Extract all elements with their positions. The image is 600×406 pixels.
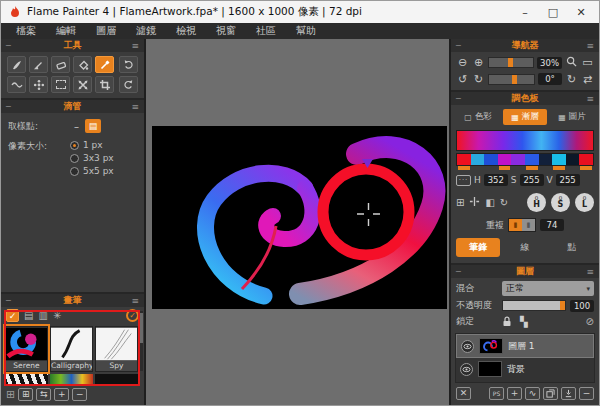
rotation-value[interactable]: 0° [538, 73, 562, 85]
menu-help[interactable]: 幫助 [287, 23, 325, 39]
brush-preset-partial-2[interactable] [50, 374, 93, 385]
pencil-tool[interactable] [29, 56, 48, 73]
vector-layer-button[interactable]: ∿ [525, 387, 540, 400]
gradient-stop[interactable] [566, 154, 580, 165]
visibility-eye-icon[interactable] [460, 363, 473, 376]
brush-split-view-icon[interactable]: ▥ [38, 310, 47, 321]
dropper-collapse-button[interactable]: ─ [6, 102, 18, 111]
add-layer-button[interactable]: + [507, 387, 522, 400]
menu-edit[interactable]: 編輯 [47, 23, 85, 39]
crop-tool[interactable] [95, 76, 114, 93]
lightness-knob[interactable]: 0L [575, 193, 594, 212]
maximize-button[interactable]: □ [539, 2, 567, 22]
canvas[interactable] [152, 126, 447, 309]
merge-down-button[interactable] [561, 387, 576, 400]
blend-mode-dropdown[interactable]: 正常▾ [502, 281, 594, 296]
menu-window[interactable]: 視窗 [207, 23, 245, 39]
repeat-off-icon[interactable]: ▮ [522, 219, 535, 231]
dropper-panel-menu-icon[interactable]: ≡ [127, 102, 139, 112]
pixel-size-option-1px[interactable]: 1 px [70, 140, 114, 150]
import-ps-button[interactable]: PS [489, 387, 504, 400]
brush-filter-checkbox[interactable]: ✓ [6, 309, 19, 322]
preset-remove-button[interactable]: − [72, 388, 87, 401]
sample-mode-dash-button[interactable]: – [74, 121, 79, 132]
brush-preset-calligraphy[interactable]: Calligraphy [50, 326, 93, 372]
minimize-button[interactable]: – [511, 2, 539, 22]
menu-filter[interactable]: 濾鏡 [127, 23, 165, 39]
gradient-stop[interactable] [539, 154, 553, 165]
navigator-panel-menu-icon[interactable]: ≡ [582, 41, 594, 51]
layer-row-layer1[interactable]: 圖層 1 [456, 334, 594, 358]
reset-rotation-icon[interactable]: ↻ [565, 74, 578, 85]
rotate-right-icon[interactable]: ↻ [472, 74, 485, 85]
alpha-lock-icon[interactable]: ⊘ [586, 316, 594, 327]
pattern-tool[interactable] [29, 76, 48, 93]
preset-add-button[interactable]: + [54, 388, 69, 401]
opacity-slider[interactable] [502, 300, 566, 311]
menu-view[interactable]: 檢視 [167, 23, 205, 39]
gradient-stop[interactable] [457, 154, 471, 165]
rotate-left-icon[interactable]: ↺ [456, 74, 469, 85]
hue-knob[interactable]: 0H [527, 193, 546, 212]
menu-file[interactable]: 檔案 [7, 23, 45, 39]
eyedropper-tool[interactable] [95, 56, 114, 73]
saturation-value[interactable]: 255 [520, 174, 544, 186]
zoom-value[interactable]: 30% [537, 57, 562, 69]
brush-type-line-tab[interactable]: 線 [503, 238, 547, 257]
zoom-out-icon[interactable]: ⊖ [456, 57, 469, 68]
brush-type-flame-tab[interactable]: 筆鋒 [456, 238, 500, 257]
repeat-mode-toggle[interactable]: ▮▮ [508, 218, 536, 232]
clear-layer-button[interactable]: ✕ [456, 387, 471, 400]
preset-import-export-button[interactable]: ⇆ [36, 388, 51, 401]
fit-screen-icon[interactable]: ▭ [581, 57, 594, 68]
repeat-value[interactable]: 74 [540, 219, 564, 231]
lock-transparency-icon[interactable]: ▚ [520, 317, 528, 327]
pixel-size-option-3x3[interactable]: 3x3 px [70, 153, 114, 163]
gradient-stop[interactable] [552, 154, 566, 165]
gradient-stop[interactable] [471, 154, 485, 165]
sample-mode-list-button[interactable]: ▤ [85, 119, 101, 133]
tab-color[interactable]: ▢色彩 [456, 109, 500, 125]
palette-panel-menu-icon[interactable]: ≡ [582, 94, 594, 104]
brush-preset-partial-1[interactable] [5, 374, 48, 385]
navigator-collapse-button[interactable]: ─ [456, 41, 468, 50]
hue-value[interactable]: 352 [484, 174, 508, 186]
duplicate-layer-button[interactable] [543, 387, 558, 400]
fill-bucket-tool[interactable] [73, 56, 92, 73]
palette-center-icon[interactable] [469, 196, 480, 209]
gradient-preview-bar[interactable] [456, 130, 594, 151]
gradient-stop[interactable] [484, 154, 498, 165]
value-value[interactable]: 255 [556, 174, 580, 186]
palette-contrast-icon[interactable]: ◧ [485, 197, 494, 208]
tab-gradient[interactable]: ▦漸層 [503, 109, 547, 125]
palette-grid-icon[interactable]: ⊞ [456, 197, 464, 208]
delete-layer-button[interactable]: − [579, 387, 594, 400]
zoom-slider[interactable] [488, 57, 534, 68]
numeric-input-icon[interactable]: ··· [456, 175, 471, 186]
opacity-value[interactable]: 100 [570, 300, 594, 312]
gradient-stop[interactable] [511, 154, 525, 165]
gradient-stop[interactable] [525, 154, 539, 165]
repeat-on-icon[interactable]: ▮ [509, 219, 522, 231]
palette-collapse-button[interactable]: ─ [456, 94, 468, 103]
rotation-slider[interactable] [488, 74, 535, 85]
brushes-panel-menu-icon[interactable]: ≡ [127, 296, 139, 306]
redo-button[interactable] [119, 76, 138, 93]
gradient-stop[interactable] [579, 154, 593, 165]
layer-row-background[interactable]: 背景 [456, 358, 594, 380]
preset-scrollbar[interactable] [139, 311, 143, 371]
visibility-eye-icon[interactable] [461, 340, 474, 353]
undo-button[interactable] [119, 56, 138, 73]
preset-grid-view-icon[interactable]: ⊞ [6, 388, 15, 401]
tab-image[interactable]: ▦圖片 [550, 109, 594, 125]
brush-list-view-icon[interactable]: ▤ [24, 310, 33, 321]
tools-collapse-button[interactable]: ─ [6, 41, 18, 50]
magnifier-icon[interactable] [565, 56, 578, 69]
select-rectangle-tool[interactable] [51, 76, 70, 93]
brushes-collapse-button[interactable]: ─ [6, 296, 18, 305]
gradient-stop[interactable] [498, 154, 512, 165]
flip-icon[interactable]: ⇄ [581, 74, 594, 85]
zoom-in-icon[interactable]: ⊕ [472, 57, 485, 68]
layers-collapse-button[interactable]: ─ [456, 267, 468, 276]
brush-preset-partial-3[interactable] [95, 374, 138, 385]
